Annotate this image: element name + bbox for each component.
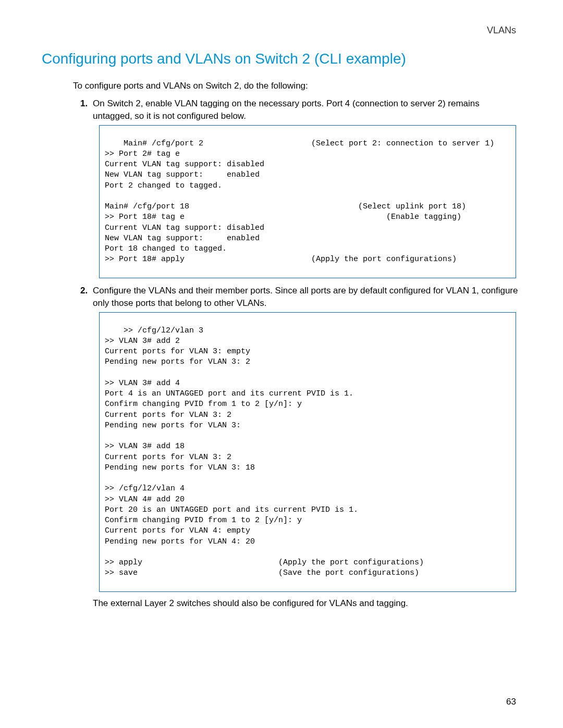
step-1-number: 1. bbox=[80, 97, 93, 110]
page-title: Configuring ports and VLANs on Switch 2 … bbox=[42, 51, 521, 67]
document-page: VLANs Configuring ports and VLANs on Swi… bbox=[0, 0, 563, 728]
step-1-text: On Switch 2, enable VLAN tagging on the … bbox=[93, 98, 480, 121]
closing-text: The external Layer 2 switches should als… bbox=[93, 598, 521, 609]
step-2-text: Configure the VLANs and their member por… bbox=[93, 286, 518, 308]
page-number: 63 bbox=[506, 697, 516, 707]
step-2: 2.Configure the VLANs and their member p… bbox=[80, 285, 521, 310]
code-block-1-content: Main# /cfg/port 2 (Select port 2: connec… bbox=[105, 139, 494, 264]
intro-text: To configure ports and VLANs on Switch 2… bbox=[73, 80, 521, 92]
code-block-2: >> /cfg/l2/vlan 3 >> VLAN 3# add 2 Curre… bbox=[99, 312, 516, 592]
step-2-number: 2. bbox=[80, 285, 93, 297]
code-block-2-content: >> /cfg/l2/vlan 3 >> VLAN 3# add 2 Curre… bbox=[105, 326, 424, 578]
section-header: VLANs bbox=[42, 25, 516, 36]
code-block-1: Main# /cfg/port 2 (Select port 2: connec… bbox=[99, 125, 516, 278]
step-1: 1.On Switch 2, enable VLAN tagging on th… bbox=[80, 97, 521, 122]
